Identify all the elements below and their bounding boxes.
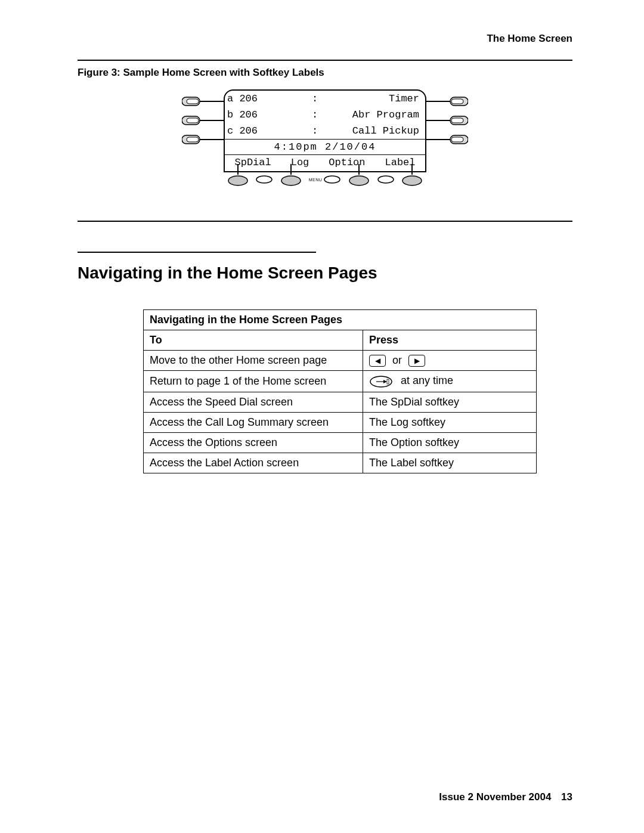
figure-phone-diagram: a 206 : Timer b 206 : Abr Program c 206 … <box>146 89 504 209</box>
top-rule <box>78 60 572 61</box>
svg-point-22 <box>349 176 369 185</box>
svg-point-18 <box>228 176 247 185</box>
navigation-table: Navigating in the Home Screen Pages To P… <box>143 309 537 473</box>
line-button-icon <box>426 114 468 127</box>
softkey-button-icon <box>348 175 370 187</box>
line-button-icon <box>182 95 224 108</box>
table-cell-to: Access the Speed Dial screen <box>144 392 363 412</box>
table-cell-press: ◀ or ▶ <box>363 351 537 371</box>
svg-point-23 <box>378 176 394 183</box>
arrow-right-icon: ▶ <box>408 355 425 367</box>
softkey-button-icon <box>227 175 249 187</box>
phone-button-icon <box>369 375 393 388</box>
lcd-left: a 206 <box>225 91 305 107</box>
table-cell-press: The Label softkey <box>363 453 537 473</box>
table-cell-to: Access the Options screen <box>144 432 363 453</box>
page-footer: Issue 2 November 2004 13 <box>439 791 572 803</box>
section-rule <box>78 252 316 253</box>
section-heading: Navigating in the Home Screen Pages <box>78 264 572 283</box>
table-cell-press: The Log softkey <box>363 412 537 432</box>
or-word: or <box>392 354 402 366</box>
lcd-left: b 206 <box>225 107 305 123</box>
svg-point-21 <box>324 176 340 183</box>
table-cell-press: at any time <box>363 371 537 392</box>
lcd-datetime: 4:10pm 2/10/04 <box>225 139 425 155</box>
softkey-button-icon <box>401 175 423 187</box>
table-cell-press: The Option softkey <box>363 432 537 453</box>
bottom-buttons: MENU <box>224 164 426 187</box>
lcd-right: Abr Program <box>325 107 425 123</box>
line-button-icon <box>182 133 224 146</box>
right-line-buttons <box>426 92 468 149</box>
menu-label: MENU <box>309 178 323 182</box>
lcd-left: c 206 <box>225 123 305 139</box>
nav-right-icon <box>323 175 341 184</box>
svg-rect-7 <box>187 137 199 142</box>
lcd-right: Timer <box>325 91 425 107</box>
lcd-sep: : <box>305 107 325 123</box>
svg-point-20 <box>281 176 301 185</box>
line-button-icon <box>426 133 468 146</box>
col-to-header: To <box>144 330 363 351</box>
lcd-sep: : <box>305 123 325 139</box>
lcd-screen: a 206 : Timer b 206 : Abr Program c 206 … <box>224 89 426 172</box>
svg-point-24 <box>402 176 422 185</box>
table-title: Navigating in the Home Screen Pages <box>144 310 537 330</box>
figure-caption: Figure 3: Sample Home Screen with Softke… <box>78 67 572 79</box>
table-cell-press: The SpDial softkey <box>363 392 537 412</box>
table-cell-to: Access the Label Action screen <box>144 453 363 473</box>
bottom-figure-rule <box>78 221 572 222</box>
svg-rect-14 <box>451 118 463 123</box>
line-button-icon <box>182 114 224 127</box>
anytime-text: at any time <box>401 374 453 386</box>
svg-rect-1 <box>187 99 199 104</box>
col-press-header: Press <box>363 330 537 351</box>
arrow-left-icon: ◀ <box>369 355 386 367</box>
svg-rect-4 <box>187 118 199 123</box>
svg-rect-11 <box>451 99 463 104</box>
line-button-icon <box>426 95 468 108</box>
svg-point-19 <box>256 176 272 183</box>
left-line-buttons <box>182 92 224 149</box>
running-header: The Home Screen <box>78 33 572 45</box>
footer-issue: Issue 2 November 2004 <box>439 791 551 803</box>
table-cell-to: Return to page 1 of the Home screen <box>144 371 363 392</box>
softkey-button-icon <box>280 175 302 187</box>
nav-button-icon <box>377 175 395 184</box>
svg-rect-17 <box>451 137 463 142</box>
table-cell-to: Move to the other Home screen page <box>144 351 363 371</box>
lcd-sep: : <box>305 91 325 107</box>
nav-left-icon <box>255 175 273 184</box>
footer-page-number: 13 <box>561 791 572 803</box>
table-cell-to: Access the Call Log Summary screen <box>144 412 363 432</box>
lcd-right: Call Pickup <box>325 123 425 139</box>
